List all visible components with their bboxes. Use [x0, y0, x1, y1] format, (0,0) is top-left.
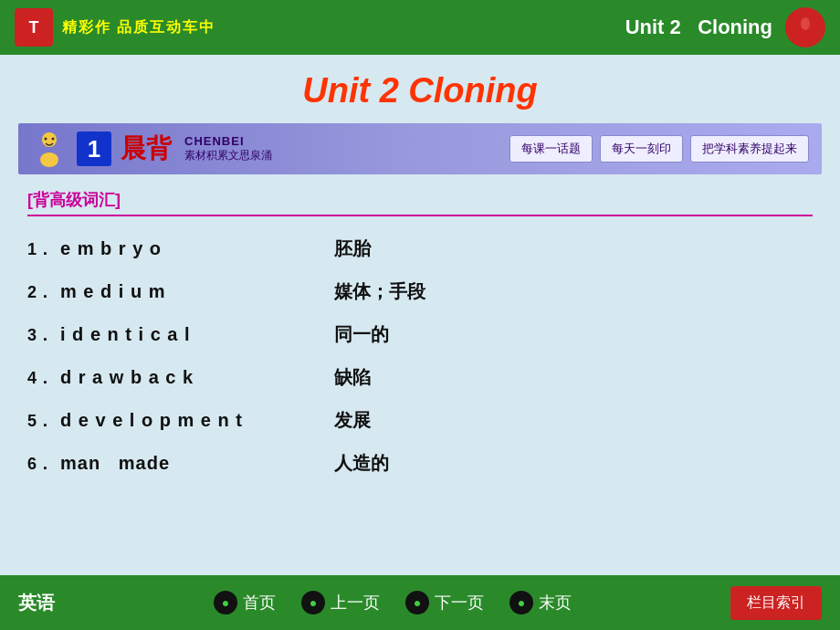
vocab-row-2: 2． m e d i u m 媒体；手段 — [27, 270, 813, 313]
vocab-en-4: d r a w b a c k — [60, 367, 334, 388]
vocab-num-1: 1． — [27, 238, 60, 260]
prev-label: 上一页 — [331, 592, 380, 614]
section-buttons: 每课一话题 每天一刻印 把学科素养提起来 — [509, 135, 809, 163]
vocab-en-1: e m b r y o — [60, 238, 334, 259]
vocab-zh-5: 发展 — [334, 408, 371, 433]
next-label: 下一页 — [435, 592, 484, 614]
vocab-row-1: 1． e m b r y o 胚胎 — [27, 227, 813, 270]
top-bar-left: T 精彩作 品质互动车中 — [15, 8, 215, 47]
top-bar-right: Unit 2 Cloning — [625, 7, 825, 47]
nav-btn-last[interactable]: ● 末页 — [509, 591, 572, 614]
section-subtitle-bottom: 素材积累文思泉涌 — [184, 148, 272, 163]
btn-topic[interactable]: 每课一话题 — [509, 135, 593, 163]
nav-btn-next[interactable]: ● 下一页 — [405, 591, 484, 614]
vocab-num-4: 4． — [27, 367, 60, 389]
section-number: 1 — [77, 131, 111, 166]
bottom-bar: 英语 ● 首页 ● 上一页 ● 下一页 ● 末页 栏目索引 — [0, 575, 840, 630]
vocab-header: [背高级词汇] — [27, 189, 813, 216]
section-header: 1 晨背 CHENBEI 素材积累文思泉涌 每课一话题 每天一刻印 把学科素养提… — [18, 123, 822, 174]
vocab-en-2: m e d i u m — [60, 281, 334, 302]
section-subtitle-top: CHENBEI — [184, 134, 272, 148]
next-icon: ● — [405, 591, 429, 614]
vocab-en-3: i d e n t i c a l — [60, 324, 334, 345]
vocab-num-2: 2． — [27, 281, 60, 303]
section-subtitle: CHENBEI 素材积累文思泉涌 — [184, 134, 272, 163]
btn-daily[interactable]: 每天一刻印 — [600, 135, 683, 163]
top-bar: T 精彩作 品质互动车中 Unit 2 Cloning — [0, 0, 840, 55]
svg-point-5 — [52, 138, 55, 141]
svg-point-3 — [40, 152, 58, 167]
logo-box: T — [15, 8, 53, 47]
vocab-row-5: 5． d e v e l o p m e n t 发展 — [27, 399, 813, 442]
home-label: 首页 — [243, 592, 276, 614]
last-label: 末页 — [539, 592, 572, 614]
vocab-list: 1． e m b r y o 胚胎 2． m e d i u m 媒体；手段 3… — [27, 227, 813, 485]
section-title: 晨背 — [121, 131, 172, 166]
vocab-zh-6: 人造的 — [334, 451, 389, 476]
top-bar-nav-text: 精彩作 品质互动车中 — [62, 18, 215, 37]
vocab-zh-1: 胚胎 — [334, 236, 371, 261]
prev-icon: ● — [301, 591, 325, 614]
page-title: Unit 2 Cloning — [0, 55, 840, 123]
vocab-num-5: 5． — [27, 410, 60, 432]
top-bar-title: Unit 2 Cloning — [625, 16, 772, 39]
vocab-row-6: 6． man made 人造的 — [27, 442, 813, 485]
vocab-en-5: d e v e l o p m e n t — [60, 410, 334, 431]
subject-label: 英语 — [18, 591, 55, 615]
top-bar-icon — [785, 7, 825, 47]
vocab-zh-3: 同一的 — [334, 322, 389, 347]
bottom-nav-buttons: ● 首页 ● 上一页 ● 下一页 ● 末页 — [214, 591, 572, 614]
svg-point-1 — [801, 17, 810, 30]
vocab-num-3: 3． — [27, 324, 60, 346]
catalog-button[interactable]: 栏目索引 — [730, 586, 822, 620]
svg-point-4 — [45, 138, 47, 141]
last-icon: ● — [509, 591, 533, 614]
main-content: Unit 2 Cloning 1 晨背 CHENBEI 素材积累文思泉涌 每课一… — [0, 55, 840, 575]
vocab-num-6: 6． — [27, 453, 60, 475]
nav-btn-prev[interactable]: ● 上一页 — [301, 591, 380, 614]
vocab-zh-2: 媒体；手段 — [334, 279, 425, 304]
btn-quality[interactable]: 把学科素养提起来 — [690, 135, 809, 163]
vocab-row-3: 3． i d e n t i c a l 同一的 — [27, 313, 813, 356]
vocab-row-4: 4． d r a w b a c k 缺陷 — [27, 356, 813, 399]
nav-btn-home[interactable]: ● 首页 — [214, 591, 276, 614]
vocab-en-6: man made — [60, 453, 334, 474]
home-icon: ● — [214, 591, 237, 614]
vocab-zh-4: 缺陷 — [334, 365, 371, 390]
logo-text: T — [29, 18, 39, 37]
person-icon — [31, 131, 68, 167]
